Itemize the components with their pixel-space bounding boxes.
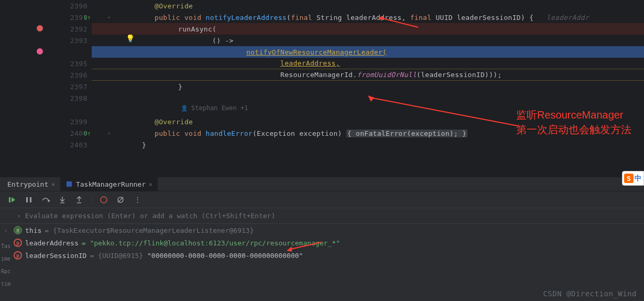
line-number: 2393: [61, 37, 88, 45]
run-config-icon: [66, 180, 73, 188]
var-row-this[interactable]: › ≡ this = {TaskExecutor$ResourceManager…: [0, 224, 644, 236]
code-text: () ->: [212, 37, 234, 45]
stop-button[interactable]: [99, 195, 108, 205]
editor-pane: 2390 2391O↑ ⌄ ⤷ 2392 2393 💡 2395 2396 23…: [0, 0, 644, 177]
line-number: 2390: [61, 2, 88, 10]
watch-expression-bar[interactable]: › Evaluate expression (Enter) or add a w…: [0, 208, 644, 224]
line-number: 2397: [61, 83, 88, 91]
step-into-button[interactable]: [58, 195, 67, 205]
annotation-text: 监听ResourceManager 第一次启动也会触发方法: [516, 108, 631, 137]
keyword-token: void: [184, 130, 202, 137]
parameter-icon: p: [14, 239, 22, 247]
method-signature: (final String leaderAddress, final UUID …: [287, 14, 547, 22]
close-icon[interactable]: ✕: [51, 181, 55, 188]
var-value: = {TaskExecutor$ResourceManagerLeaderLis…: [45, 227, 254, 234]
line-number: 2395: [61, 60, 88, 68]
line-number: 2396: [61, 71, 88, 79]
step-over-button[interactable]: [41, 195, 50, 205]
parameter-icon: p: [14, 251, 22, 260]
line-number: 2403: [61, 141, 88, 149]
tool-window-strip: Tas ime Rpc tim: [0, 239, 12, 291]
tool-label[interactable]: tim: [0, 281, 12, 287]
tab-taskmanagerrunner[interactable]: TaskManagerRunner✕: [60, 177, 158, 191]
tab-entrypoint[interactable]: Entrypoint✕: [2, 177, 60, 191]
code-text: runAsync(: [178, 25, 216, 33]
svg-rect-2: [26, 197, 28, 202]
code-area[interactable]: @Override public void notifyLeaderAddres…: [92, 0, 644, 177]
svg-rect-3: [30, 197, 31, 202]
override-icon[interactable]: O↑: [84, 14, 91, 21]
resume-button[interactable]: [7, 195, 17, 205]
breakpoint-active-icon[interactable]: [37, 48, 43, 55]
step-out-button[interactable]: [74, 195, 84, 205]
exec-call: notifyOfNewResourceManagerLeader(: [246, 48, 387, 56]
inlay-hint: leaderAddr: [547, 14, 589, 22]
folded-body[interactable]: { onFatalError(exception); }: [346, 130, 468, 137]
tool-label[interactable]: Rpc: [0, 268, 12, 274]
var-name: leaderSessionID: [25, 252, 86, 260]
code-text: ResourceManagerId.fromUuidOrNull(leaderS…: [280, 71, 502, 79]
tool-label[interactable]: Tas: [0, 243, 12, 249]
var-row-leaderaddress[interactable]: › p leaderAddress = "pekko.tcp://flink@l…: [0, 236, 644, 249]
pause-button[interactable]: [24, 195, 34, 205]
method-name: notifyLeaderAddress: [206, 14, 287, 22]
svg-rect-6: [77, 202, 81, 203]
mute-breakpoints-button[interactable]: [116, 195, 125, 205]
svg-rect-1: [9, 197, 10, 202]
var-value: = "pekko.tcp://flink@localhost:6123/user…: [82, 239, 340, 247]
keyword-token: void: [184, 14, 202, 22]
keyword-token: public: [155, 130, 180, 137]
gutter: 2390 2391O↑ ⌄ ⤷ 2392 2393 💡 2395 2396 23…: [0, 0, 92, 177]
object-icon: ≡: [14, 226, 22, 234]
override-icon[interactable]: O↑: [84, 130, 91, 137]
code-text: }: [178, 83, 182, 91]
close-icon[interactable]: ✕: [149, 181, 152, 188]
author-hint[interactable]: Stephan Ewen +1: [181, 104, 248, 112]
line-number: 2398: [61, 94, 88, 102]
line-number: 2399: [61, 118, 88, 126]
var-name: leaderAddress: [25, 239, 79, 247]
annotation-token: @Override: [155, 2, 193, 10]
keyword-token: public: [155, 14, 180, 22]
ime-badge[interactable]: S 中: [622, 171, 644, 186]
svg-point-4: [48, 200, 50, 202]
debug-toolbar: ⋮: [0, 191, 644, 208]
sogou-icon: S: [624, 174, 634, 183]
var-value: = {UUID@6915} "00000000-0000-0000-0000-0…: [90, 252, 303, 260]
watermark-text: CSDN @Direction_Wind: [543, 289, 637, 298]
svg-rect-5: [60, 202, 64, 203]
tool-label[interactable]: ime: [0, 256, 12, 262]
more-button[interactable]: ⋮: [133, 195, 142, 205]
var-row-leadersessionid[interactable]: › p leaderSessionID = {UUID@6915} "00000…: [0, 249, 644, 262]
var-name: this: [25, 227, 41, 234]
line-number: 2392: [61, 25, 88, 33]
method-name: handleError: [206, 130, 253, 137]
ime-lang: 中: [635, 174, 641, 183]
code-text: }: [142, 141, 146, 149]
expand-chevron-icon[interactable]: ›: [4, 228, 10, 233]
method-signature: (Exception exception): [253, 130, 346, 137]
annotation-token: @Override: [155, 118, 193, 126]
watch-placeholder: Evaluate expression (Enter) or add a wat…: [25, 212, 275, 220]
svg-point-7: [101, 197, 107, 203]
code-text: leaderAddress,: [280, 59, 340, 67]
svg-rect-0: [67, 181, 72, 187]
debug-tabs-bar: Entrypoint✕ TaskManagerRunner✕: [0, 177, 644, 191]
